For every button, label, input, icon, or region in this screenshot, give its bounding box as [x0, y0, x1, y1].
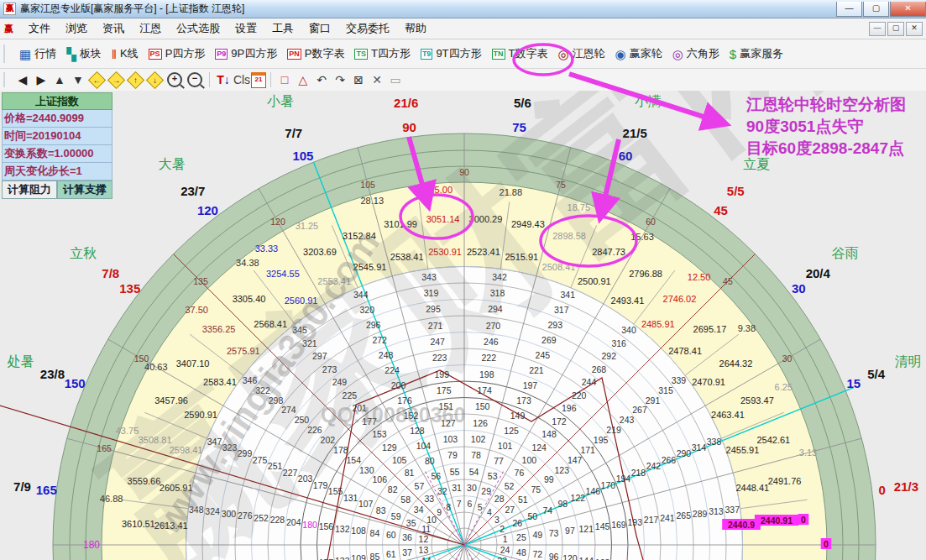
menu-item-2[interactable]: 资讯 [95, 19, 132, 38]
spiral-number: 300 [222, 509, 237, 519]
date-label: 5/4 [867, 367, 886, 381]
calendar-icon[interactable]: 21 [251, 72, 266, 88]
spiral-number: 122 [571, 493, 586, 503]
spiral-number: 224 [385, 365, 400, 375]
panel-row-2: 变换系数=1.00000 [2, 145, 112, 163]
spiral-number: 106 [372, 474, 387, 484]
diamond-left-icon[interactable]: ← [88, 71, 106, 88]
toolbar-item-t-square[interactable]: TST四方形 [354, 46, 410, 61]
price-ring-b: 2898.58 [552, 231, 586, 241]
panel-row-3: 周天变化步长=1 [2, 163, 112, 181]
menu-item-1[interactable]: 浏览 [58, 19, 95, 38]
green-band-degree: 75 [556, 180, 566, 190]
menu-item-0[interactable]: 文件 [21, 19, 58, 38]
percent-ring: 28.13 [360, 196, 384, 206]
spiral-number: 201 [352, 403, 367, 413]
toolbar-label-p-number-table: P数字表 [305, 46, 345, 61]
arc-ccw-icon[interactable]: ↶ [312, 71, 331, 89]
toolbar-item-sectors[interactable]: ▚板块 [66, 46, 102, 61]
toolbar-item-9p-square[interactable]: P99P四方形 [215, 46, 277, 61]
menu-item-3[interactable]: 江恩 [132, 19, 169, 38]
price-ring-c: 2508.41 [542, 262, 576, 272]
toolbar-item-gann-wheel[interactable]: ◎江恩轮 [558, 46, 605, 61]
spiral-number: 79 [447, 450, 458, 460]
toolbar-item-hexagon[interactable]: ◎六角形 [672, 46, 719, 61]
price-ring-b: 2491.76 [768, 476, 802, 486]
gann-wheel-svg: 1234567891011121314152223242526272829303… [0, 91, 926, 560]
toolbar-item-quotes[interactable]: ▦行情 [19, 46, 56, 61]
price-ring-c: 2605.91 [160, 483, 193, 493]
spiral-number: 344 [353, 290, 369, 300]
box-x-icon[interactable]: ⊠ [349, 71, 368, 89]
date-label: 7/9 [13, 479, 31, 494]
toolbar-item-winner-service[interactable]: $赢家服务 [730, 46, 783, 61]
mdi-restore-button[interactable]: ▢ [887, 22, 904, 36]
toolbar-label-sectors: 板块 [80, 46, 102, 61]
solar-term-label: 谷雨 [832, 246, 859, 260]
green-band-degree: 45 [723, 276, 733, 286]
up-icon[interactable]: ▲ [50, 71, 69, 89]
spiral-number: 108 [351, 526, 366, 536]
diamond-up-icon[interactable]: ↑ [127, 71, 144, 88]
menu-item-8[interactable]: 交易委托 [338, 19, 397, 38]
spiral-number: 96 [549, 552, 559, 560]
down-icon[interactable]: ▼ [69, 71, 87, 89]
next-icon[interactable]: ▶ [32, 71, 50, 89]
price-ring-c: 2493.41 [611, 296, 645, 306]
calc-resistance-button[interactable]: 计算阻力 [2, 181, 57, 199]
spiral-number: 343 [421, 272, 437, 282]
menu-item-6[interactable]: 工具 [264, 19, 301, 38]
mdi-close-button[interactable]: ✕ [906, 22, 923, 36]
cls-button[interactable]: Cls [233, 71, 251, 89]
calc-support-button[interactable]: 计算支撑 [57, 181, 112, 199]
spiral-number: 194 [616, 474, 631, 484]
spiral-number: 152 [404, 411, 419, 421]
spiral-number: 28 [494, 494, 505, 504]
mdi-minimize-button[interactable]: — [869, 22, 886, 36]
spiral-number: 99 [544, 474, 554, 484]
minimize-button[interactable]: — [836, 2, 862, 17]
menu-item-5[interactable]: 设置 [228, 19, 264, 38]
percent-ring: 46.88 [100, 494, 123, 504]
spiral-number: 14 [421, 556, 432, 560]
triangle-tool-icon[interactable]: △ [294, 71, 312, 89]
highlight-box-value: 2440.9 [728, 520, 755, 530]
spiral-number: 266 [662, 455, 677, 465]
toolbar-item-t-number-table[interactable]: TNT数字表 [492, 46, 548, 61]
toolbar-item-9t-square[interactable]: T99T四方形 [421, 46, 482, 61]
spiral-number: 4 [487, 507, 492, 517]
menu-item-9[interactable]: 帮助 [397, 19, 434, 38]
zoom-out-icon[interactable]: − [187, 72, 202, 87]
menu-item-4[interactable]: 公式选股 [169, 19, 228, 38]
close-button[interactable]: ✕ [890, 2, 926, 17]
degree-label: 0 [879, 483, 886, 497]
spiral-number: 75 [531, 484, 541, 495]
toolbar-item-kline[interactable]: ‖K线 [112, 46, 139, 61]
menu-item-7[interactable]: 窗口 [301, 19, 338, 38]
diamond-right-icon[interactable]: → [107, 71, 125, 88]
spiral-number: 249 [332, 377, 348, 387]
toolbar-label-p-square: P四方形 [165, 46, 206, 61]
zoom-in-icon[interactable]: + [167, 72, 182, 87]
toolbar-item-winner-wheel[interactable]: ◉赢家轮 [615, 46, 662, 61]
arc-cw-icon[interactable]: ↷ [331, 71, 349, 89]
shrink-icon[interactable]: ✕ [368, 71, 386, 89]
price-ring-c: 2515.91 [505, 252, 538, 262]
spiral-number: 105 [392, 455, 407, 465]
toolbar-item-p-square[interactable]: PSP四方形 [149, 46, 206, 61]
spiral-number: 275 [253, 455, 268, 465]
spiral-number: 197 [523, 380, 538, 390]
spiral-number: 298 [269, 395, 284, 406]
green-band-degree: 180 [83, 539, 100, 551]
spiral-number: 225 [343, 390, 358, 400]
screen-icon[interactable]: ▭ [386, 71, 405, 89]
restore-button[interactable]: ▢ [863, 2, 889, 17]
prev-icon[interactable]: ◀ [13, 71, 32, 89]
percent-ring: 3.13 [799, 447, 817, 458]
spiral-number: 36 [402, 532, 412, 542]
time-axis-icon[interactable]: T↓ [214, 71, 233, 89]
diamond-down-icon[interactable]: ↓ [146, 71, 164, 88]
toolbar-item-p-number-table[interactable]: PNP数字表 [287, 46, 344, 61]
degree-label: 90 [402, 120, 416, 134]
square-tool-icon[interactable]: □ [275, 71, 294, 89]
